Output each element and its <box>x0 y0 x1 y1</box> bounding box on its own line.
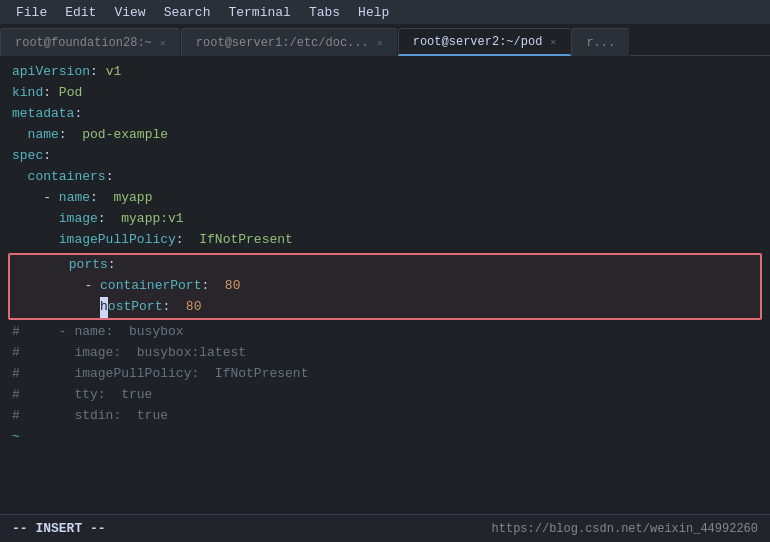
tab-3[interactable]: root@server2:~/pod ✕ <box>398 28 572 56</box>
line-7: - name: myapp <box>0 188 770 209</box>
tab-2[interactable]: root@server1:/etc/doc... ✕ <box>181 28 398 56</box>
tab-1[interactable]: root@foundation28:~ ✕ <box>0 28 181 56</box>
line-15: # imagePullPolicy: IfNotPresent <box>0 364 770 385</box>
vim-mode: -- INSERT -- <box>12 521 106 536</box>
line-6: containers: <box>0 167 770 188</box>
line-4: name: pod-example <box>0 125 770 146</box>
line-10: ports: <box>10 255 760 276</box>
line-18: ~ <box>0 427 770 448</box>
line-8: image: myapp:v1 <box>0 209 770 230</box>
tab-3-close[interactable]: ✕ <box>550 36 556 48</box>
line-11: - containerPort: 80 <box>10 276 760 297</box>
tab-3-label: root@server2:~/pod <box>413 35 543 49</box>
tab-4[interactable]: r... <box>571 28 630 56</box>
line-3: metadata: <box>0 104 770 125</box>
menu-file[interactable]: File <box>8 3 55 22</box>
tabbar: root@foundation28:~ ✕ root@server1:/etc/… <box>0 24 770 56</box>
statusbar: -- INSERT -- https://blog.csdn.net/weixi… <box>0 514 770 542</box>
tab-1-label: root@foundation28:~ <box>15 36 152 50</box>
line-1: apiVersion: v1 <box>0 62 770 83</box>
status-url: https://blog.csdn.net/weixin_44992260 <box>492 522 758 536</box>
line-1-val: v1 <box>106 62 122 82</box>
menu-search[interactable]: Search <box>156 3 219 22</box>
line-13: # - name: busybox <box>0 322 770 343</box>
highlight-block: ports: - containerPort: 80 hostPort: 80 <box>8 253 762 320</box>
line-9: imagePullPolicy: IfNotPresent <box>0 230 770 251</box>
menu-help[interactable]: Help <box>350 3 397 22</box>
tab-4-label: r... <box>586 36 615 50</box>
tab-1-close[interactable]: ✕ <box>160 37 166 49</box>
line-5: spec: <box>0 146 770 167</box>
line-17: # stdin: true <box>0 406 770 427</box>
tab-2-close[interactable]: ✕ <box>377 37 383 49</box>
line-1-key: apiVersion <box>12 62 90 82</box>
menubar: File Edit View Search Terminal Tabs Help <box>0 0 770 24</box>
line-16: # tty: true <box>0 385 770 406</box>
line-12: hostPort: 80 <box>10 297 760 318</box>
menu-tabs[interactable]: Tabs <box>301 3 348 22</box>
menu-edit[interactable]: Edit <box>57 3 104 22</box>
menu-view[interactable]: View <box>106 3 153 22</box>
editor: apiVersion: v1 kind: Pod metadata: name:… <box>0 56 770 514</box>
line-14: # image: busybox:latest <box>0 343 770 364</box>
menu-terminal[interactable]: Terminal <box>220 3 298 22</box>
tab-2-label: root@server1:/etc/doc... <box>196 36 369 50</box>
line-2: kind: Pod <box>0 83 770 104</box>
